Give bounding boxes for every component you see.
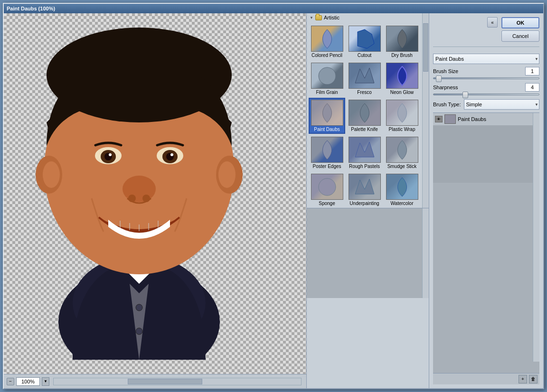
filter-label-sponge: Sponge bbox=[319, 201, 335, 206]
filter-scroll-area: ▼ Artistic Colored Pencil bbox=[307, 13, 429, 208]
filter-name-select-wrapper: Paint Daubs ▼ bbox=[433, 54, 539, 64]
brush-size-thumb[interactable] bbox=[436, 75, 442, 82]
filter-thumb-film-grain bbox=[311, 63, 343, 89]
filter-item-poster-edges[interactable]: Poster Edges bbox=[309, 135, 345, 171]
filter-thumb-dry-brush bbox=[386, 26, 418, 52]
filter-label-cutout: Cutout bbox=[358, 53, 371, 58]
sharpness-thumb[interactable] bbox=[462, 92, 468, 98]
filter-item-fresco[interactable]: Fresco bbox=[346, 61, 383, 97]
zoom-minus-button[interactable]: − bbox=[7, 378, 14, 385]
sharpness-row: Sharpness 4 bbox=[433, 83, 539, 92]
filter-preview-scrollbar[interactable] bbox=[422, 208, 429, 298]
category-artistic-label: Artistic bbox=[324, 15, 340, 20]
filter-label-dry-brush: Dry Brush bbox=[391, 53, 412, 58]
filter-item-smudge-stick[interactable]: Smudge Stick bbox=[384, 135, 420, 171]
delete-layer-icon: 🗑 bbox=[531, 376, 536, 382]
filter-label-watercolor: Watercolor bbox=[391, 201, 414, 206]
sharpness-slider[interactable] bbox=[433, 93, 539, 95]
svg-point-28 bbox=[319, 67, 336, 84]
filter-thumb-cutout bbox=[349, 26, 381, 52]
brush-size-label: Brush Size bbox=[433, 68, 458, 74]
layer-delete-button[interactable]: 🗑 bbox=[529, 375, 538, 383]
filter-thumb-paint-daubs bbox=[311, 100, 343, 126]
params-section: Brush Size 1 Sharpness 4 Brush Type: bbox=[433, 67, 539, 110]
settings-panel: « OK Cancel Paint Daubs bbox=[429, 13, 543, 388]
filter-label-smudge-stick: Smudge Stick bbox=[387, 164, 417, 169]
filter-name-row: Paint Daubs ▼ bbox=[433, 54, 539, 64]
filter-item-sponge[interactable]: Sponge bbox=[309, 172, 345, 208]
scrollbar-thumb-h[interactable] bbox=[128, 379, 202, 384]
svg-point-9 bbox=[218, 161, 236, 188]
add-layer-icon: + bbox=[521, 376, 524, 382]
cancel-button[interactable]: Cancel bbox=[501, 30, 539, 42]
filter-name-select[interactable]: Paint Daubs bbox=[433, 54, 539, 64]
filter-item-palette-knife[interactable]: Palette Knife bbox=[346, 98, 383, 134]
brush-type-select-wrapper: Simple Light Rough Dark Rough Wide Sharp… bbox=[464, 99, 540, 110]
sharpness-label: Sharpness bbox=[433, 84, 458, 90]
layers-empty-area bbox=[433, 126, 539, 183]
portrait-svg bbox=[25, 28, 253, 360]
canvas-bottom-bar: − 100% ▼ bbox=[4, 374, 306, 388]
brush-type-row: Brush Type: Simple Light Rough Dark Roug… bbox=[433, 99, 539, 110]
eye-visibility-icon[interactable]: 👁 bbox=[435, 116, 443, 122]
filter-label-underpainting: Underpainting bbox=[349, 201, 379, 206]
filter-thumb-colored-pencil bbox=[311, 26, 343, 52]
filter-thumb-palette-knife bbox=[349, 100, 381, 126]
filter-item-underpainting[interactable]: Underpainting bbox=[346, 172, 383, 208]
ok-button[interactable]: OK bbox=[501, 17, 539, 28]
svg-point-27 bbox=[136, 328, 142, 335]
filter-label-colored-pencil: Colored Pencil bbox=[311, 53, 342, 58]
ok-cancel-buttons: OK Cancel bbox=[501, 17, 539, 42]
svg-point-7 bbox=[43, 161, 60, 188]
divider-1 bbox=[433, 47, 539, 47]
filter-item-neon-glow[interactable]: Neon Glow bbox=[384, 61, 420, 97]
filter-item-dry-brush[interactable]: Dry Brush bbox=[384, 24, 420, 60]
filter-item-plastic-wrap[interactable]: Plastic Wrap bbox=[384, 98, 420, 134]
filter-label-fresco: Fresco bbox=[357, 90, 372, 95]
horizontal-scrollbar[interactable] bbox=[53, 378, 302, 385]
filter-item-rough-pastels[interactable]: Rough Pastels bbox=[346, 135, 383, 171]
filter-label-palette-knife: Palette Knife bbox=[351, 127, 378, 132]
canvas-image bbox=[13, 23, 265, 364]
layer-item-paint-daubs[interactable]: 👁 Paint Daubs bbox=[433, 113, 539, 126]
filter-panel: ▼ Artistic Colored Pencil bbox=[307, 13, 429, 388]
filter-thumb-smudge-stick bbox=[386, 137, 418, 163]
layers-panel: 👁 Paint Daubs + bbox=[433, 112, 539, 384]
collapse-panel-button[interactable]: « bbox=[487, 17, 498, 28]
layer-add-button[interactable]: + bbox=[519, 375, 527, 383]
filter-thumb-sponge bbox=[311, 174, 343, 200]
category-artistic[interactable]: ▼ Artistic bbox=[307, 13, 422, 22]
zoom-dropdown-button[interactable]: ▼ bbox=[42, 377, 49, 386]
filter-thumb-plastic-wrap bbox=[386, 100, 418, 126]
filter-label-paint-daubs: Paint Daubs bbox=[314, 127, 340, 132]
filter-item-watercolor[interactable]: Watercolor bbox=[384, 172, 420, 208]
svg-point-26 bbox=[136, 304, 142, 311]
filter-thumb-underpainting bbox=[349, 174, 381, 200]
title-bar: Paint Daubs (100%) bbox=[4, 4, 543, 13]
layer-preview-thumb bbox=[444, 114, 456, 124]
sharpness-value[interactable]: 4 bbox=[525, 83, 539, 92]
layers-scrollbar[interactable] bbox=[533, 113, 539, 362]
brush-size-value[interactable]: 1 bbox=[525, 67, 539, 75]
brush-size-row: Brush Size 1 bbox=[433, 67, 539, 75]
brush-size-slider[interactable] bbox=[433, 77, 539, 79]
filter-item-colored-pencil[interactable]: Colored Pencil bbox=[309, 24, 345, 60]
layer-name-label: Paint Daubs bbox=[458, 116, 538, 122]
eye-symbol: 👁 bbox=[437, 117, 441, 121]
filter-item-cutout[interactable]: Cutout bbox=[346, 24, 383, 60]
filter-item-film-grain[interactable]: Film Grain bbox=[309, 61, 345, 97]
filter-preview-area bbox=[307, 208, 429, 298]
filter-thumb-neon-glow bbox=[386, 63, 418, 89]
svg-point-16 bbox=[109, 153, 112, 156]
brush-type-select[interactable]: Simple Light Rough Dark Rough Wide Sharp… bbox=[464, 99, 540, 110]
brush-type-label: Brush Type: bbox=[433, 102, 461, 107]
double-arrow-icon: « bbox=[491, 20, 494, 25]
filter-label-rough-pastels: Rough Pastels bbox=[349, 164, 380, 169]
canvas-area[interactable] bbox=[4, 13, 306, 374]
svg-point-17 bbox=[170, 153, 173, 156]
zoom-value: 100% bbox=[21, 379, 35, 384]
filter-scrollbar-thumb[interactable] bbox=[423, 23, 428, 72]
filter-vertical-scrollbar[interactable] bbox=[422, 13, 429, 208]
svg-point-29 bbox=[319, 178, 336, 196]
filter-item-paint-daubs[interactable]: Paint Daubs bbox=[309, 98, 345, 134]
